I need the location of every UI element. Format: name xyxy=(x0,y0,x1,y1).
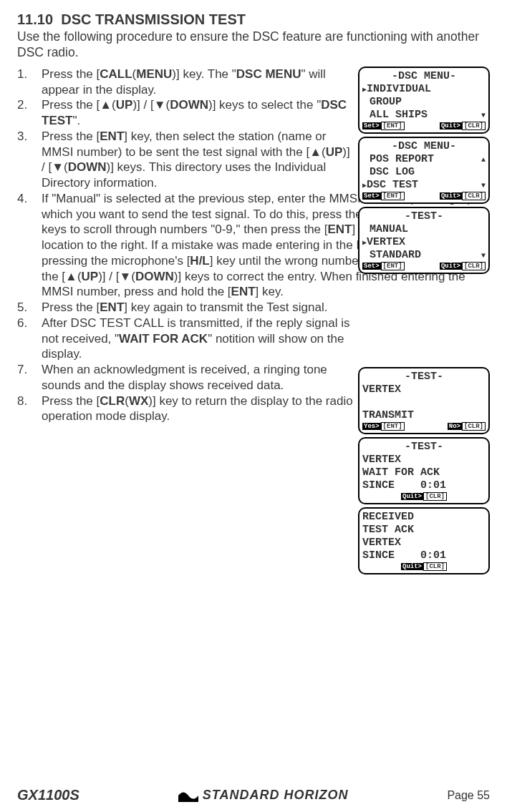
lcd-column-1: -DSC MENU- INDIVIDUAL GROUP ALL SHIPS Se… xyxy=(358,67,490,277)
model-label: GX1100S xyxy=(17,787,79,803)
lcd-title: -TEST- xyxy=(362,210,486,223)
page-footer: GX1100S STANDARD HORIZON Page 55 xyxy=(17,787,490,803)
section-number: 11.10 xyxy=(17,11,53,27)
lcd-screen-6: RECEIVED TEST ACK VERTEX SINCE 0:01 Quit… xyxy=(358,507,490,574)
step-number: 8. xyxy=(17,393,37,409)
brand-logo: STANDARD HORIZON xyxy=(178,788,349,803)
wave-icon xyxy=(178,789,198,802)
down-arrow-icon xyxy=(481,179,486,191)
step-5: 5. Press the [ENT] key again to transmit… xyxy=(17,300,490,315)
lcd-screen-1: -DSC MENU- INDIVIDUAL GROUP ALL SHIPS Se… xyxy=(358,67,490,134)
up-arrow-icon xyxy=(481,153,486,165)
lcd-title: -DSC MENU- xyxy=(362,140,486,153)
lcd-screen-3: -TEST- MANUAL VERTEX STANDARD Set>[ENT] … xyxy=(358,207,490,274)
step-number: 1. xyxy=(17,67,37,82)
down-arrow-icon xyxy=(481,249,486,261)
section-heading: 11.10 DSC TRANSMISSION TEST xyxy=(17,11,490,28)
step-number: 5. xyxy=(17,300,37,315)
lcd-screen-5: -TEST- VERTEX WAIT FOR ACK SINCE 0:01 Qu… xyxy=(358,437,490,504)
lcd-title: -TEST- xyxy=(362,441,486,454)
step-number: 7. xyxy=(17,362,37,378)
page-number: Page 55 xyxy=(447,789,490,802)
lcd-title: -DSC MENU- xyxy=(362,70,486,83)
lcd-screen-2: -DSC MENU- POS REPORT DSC LOG DSC TEST S… xyxy=(358,137,490,204)
lcd-title: -TEST- xyxy=(362,371,486,383)
step-number: 3. xyxy=(17,129,37,145)
section-title-text: DSC TRANSMISSION TEST xyxy=(61,11,246,27)
lcd-screen-4: -TEST- VERTEX TRANSMIT Yes>[ENT] No>[CLR… xyxy=(358,367,490,434)
step-number: 2. xyxy=(17,97,37,113)
down-arrow-icon xyxy=(481,109,486,121)
lcd-column-2: -TEST- VERTEX TRANSMIT Yes>[ENT] No>[CLR… xyxy=(358,367,490,577)
section-intro: Use the following procedure to ensure th… xyxy=(17,29,490,61)
step-number: 6. xyxy=(17,315,37,331)
step-6: 6. After DSC TEST CALL is transmitted, i… xyxy=(17,315,490,362)
step-number: 4. xyxy=(17,191,37,207)
